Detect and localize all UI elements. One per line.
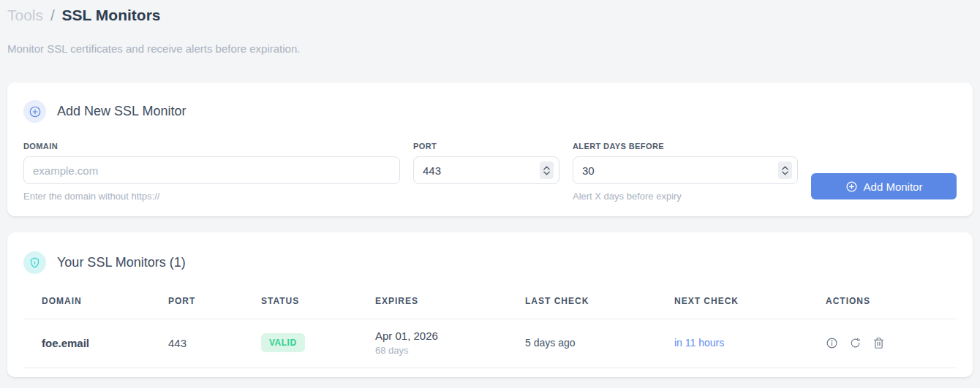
monitor-actions-cell [826,319,957,368]
chevron-down-icon [543,171,550,175]
domain-hint: Enter the domain without https:// [23,191,400,202]
col-header-port: PORT [168,290,261,319]
add-monitor-button-label: Add Monitor [864,180,923,193]
alert-days-label: ALERT DAYS BEFORE [573,142,798,151]
col-header-expires: EXPIRES [375,290,525,319]
domain-input[interactable] [23,156,400,184]
expires-days-remaining: 68 days [375,345,525,356]
add-monitor-button[interactable]: Add Monitor [811,173,957,199]
table-row: foe.email 443 VALID Apr 01, 2026 68 days… [23,319,957,368]
chevron-up-icon [782,166,788,170]
breadcrumb-separator: / [48,7,58,23]
page-title: SSL Monitors [62,7,161,23]
port-field-group: PORT [413,142,559,184]
col-header-actions: ACTIONS [826,290,957,319]
breadcrumb: Tools / SSL Monitors [7,4,973,26]
monitors-card-header: Your SSL Monitors (1) [23,251,957,274]
add-monitor-card: Add New SSL Monitor DOMAIN Enter the dom… [7,83,973,216]
monitors-table: DOMAIN PORT STATUS EXPIRES LAST CHECK NE… [23,290,957,368]
monitor-port: 443 [168,319,261,368]
chevron-up-icon [543,166,550,170]
status-badge: VALID [261,333,305,352]
chevron-down-icon [782,171,788,175]
alert-days-input[interactable] [573,156,798,184]
col-header-domain: DOMAIN [23,290,168,319]
info-button[interactable] [826,337,838,349]
port-input[interactable] [413,156,559,184]
plus-circle-icon [23,100,46,123]
add-monitor-card-header: Add New SSL Monitor [23,100,957,123]
breadcrumb-tools-link[interactable]: Tools [7,7,43,23]
shield-icon [23,251,46,274]
add-monitor-card-title: Add New SSL Monitor [57,104,186,119]
col-header-next-check: NEXT CHECK [674,290,826,319]
expires-date: Apr 01, 2026 [375,330,525,342]
monitor-last-check: 5 days ago [525,319,674,368]
table-header-row: DOMAIN PORT STATUS EXPIRES LAST CHECK NE… [23,290,957,319]
alert-days-stepper[interactable] [778,161,792,179]
refresh-icon [849,337,862,349]
alert-days-field-group: ALERT DAYS BEFORE Alert X days before ex… [573,142,798,202]
plus-circle-icon [845,180,858,193]
alert-days-hint: Alert X days before expiry [573,191,798,202]
delete-button[interactable] [872,337,885,349]
monitors-card-title: Your SSL Monitors (1) [57,255,186,270]
monitor-next-check: in 11 hours [674,319,826,368]
monitor-status-cell: VALID [261,319,375,368]
monitor-expires-cell: Apr 01, 2026 68 days [375,319,525,368]
col-header-last-check: LAST CHECK [525,290,674,319]
refresh-button[interactable] [849,337,862,349]
port-label: PORT [413,142,559,151]
add-monitor-form: DOMAIN Enter the domain without https://… [23,142,957,202]
port-stepper[interactable] [540,161,554,179]
domain-label: DOMAIN [23,142,400,151]
monitors-list-card: Your SSL Monitors (1) DOMAIN PORT STATUS… [7,232,973,377]
page-subtitle: Monitor SSL certificates and receive ale… [7,42,973,55]
col-header-status: STATUS [261,290,375,319]
ssl-monitors-page: Tools / SSL Monitors Monitor SSL certifi… [0,0,980,384]
monitor-domain: foe.email [23,319,168,368]
domain-field-group: DOMAIN Enter the domain without https:// [23,142,400,202]
trash-icon [872,337,885,349]
info-icon [826,337,838,349]
